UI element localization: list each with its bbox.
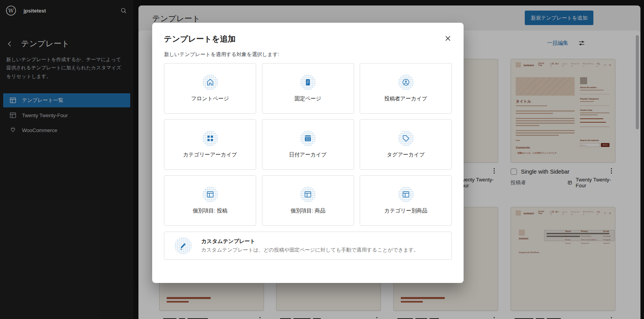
option-single-product[interactable]: 個別項目: 商品 bbox=[262, 175, 354, 226]
option-products-by-category[interactable]: カテゴリー別商品 bbox=[360, 175, 452, 226]
layout-icon bbox=[398, 187, 414, 202]
option-page[interactable]: 固定ページ bbox=[262, 63, 354, 114]
calendar-icon bbox=[300, 130, 316, 146]
option-single-post[interactable]: 個別項目: 投稿 bbox=[164, 175, 256, 226]
option-front-page[interactable]: フロントページ bbox=[164, 63, 256, 114]
option-custom-template[interactable]: カスタムテンプレート カスタムテンプレートは、どの投稿や固定ページに対しても手動… bbox=[164, 232, 452, 260]
template-type-grid: フロントページ 固定ページ 投稿者アーカイブ カテゴリーアーカイブ 日付アーカイ… bbox=[164, 63, 452, 226]
option-date-archive[interactable]: 日付アーカイブ bbox=[262, 119, 354, 170]
layout-icon bbox=[300, 187, 316, 202]
option-author-archive[interactable]: 投稿者アーカイブ bbox=[360, 63, 452, 114]
option-tag-archive[interactable]: タグアーカイブ bbox=[360, 119, 452, 170]
home-icon bbox=[202, 74, 218, 90]
category-icon bbox=[202, 130, 218, 146]
page-icon bbox=[300, 74, 316, 90]
author-icon bbox=[398, 74, 414, 90]
layout-icon bbox=[202, 187, 218, 202]
pencil-icon bbox=[175, 237, 192, 254]
option-category-archive[interactable]: カテゴリーアーカイブ bbox=[164, 119, 256, 170]
add-template-modal: テンプレートを追加 新しいテンプレートを適用する対象を選択します: フロントペー… bbox=[152, 23, 464, 283]
close-icon[interactable] bbox=[442, 32, 454, 45]
modal-title: テンプレートを追加 bbox=[164, 34, 236, 44]
custom-template-description: カスタムテンプレートは、どの投稿や固定ページに対しても手動で適用することができま… bbox=[201, 246, 419, 254]
custom-template-title: カスタムテンプレート bbox=[201, 238, 419, 245]
modal-subtitle: 新しいテンプレートを適用する対象を選択します: bbox=[164, 51, 279, 58]
tag-icon bbox=[398, 130, 414, 146]
